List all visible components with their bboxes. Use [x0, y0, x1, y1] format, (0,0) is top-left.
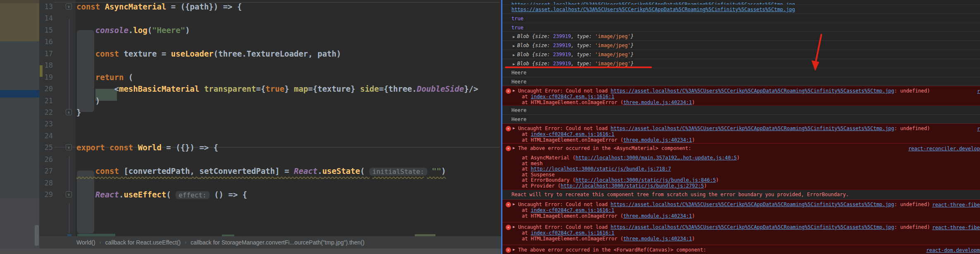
- right-source-link-clipped[interactable]: react: [977, 126, 980, 132]
- code-token: at HTMLImageElement.onImageError (: [522, 213, 623, 219]
- breadcrumb-item[interactable]: World(): [76, 239, 95, 246]
- code-token: Blob {size:: [517, 33, 553, 39]
- fold-marker-icon[interactable]: ∧: [66, 109, 72, 115]
- console-link[interactable]: index-cf0284c7.esm.js:1616:1: [531, 207, 614, 213]
- code-token: ▶: [513, 44, 517, 48]
- breadcrumb-item[interactable]: callback for StorageManager.convertFi...…: [190, 239, 364, 246]
- console-link[interactable]: three.module.js:40234:1: [623, 100, 692, 105]
- fold-marker-icon[interactable]: ∨: [66, 144, 72, 150]
- left-panel-block: [0, 198, 39, 249]
- code-token: transparent: [199, 84, 256, 93]
- code-token: log: [133, 26, 147, 35]
- code-token: The above error occurred in the <Forward…: [518, 247, 706, 253]
- fold-marker-icon[interactable]: ∨: [66, 3, 72, 9]
- code-text: <meshBasicMaterial transparent={true} ma…: [76, 83, 478, 95]
- console-error-row: ✕▶The above error occurred in the <Async…: [502, 143, 980, 190]
- console-link[interactable]: index-cf0284c7.esm.js:1616:1: [531, 131, 614, 137]
- console-link[interactable]: https://asset.localhost/C%3A%5CUsers%5CC…: [511, 7, 795, 12]
- code-text: ): [76, 95, 100, 107]
- console-link[interactable]: https://asset.localhost/C%3A%5CUsers%5CC…: [611, 224, 894, 230]
- right-source-link-clipped[interactable]: react: [977, 88, 980, 94]
- code-token: ▶: [513, 62, 517, 66]
- breadcrumb-separator: ›: [100, 240, 101, 245]
- code-token: const: [95, 49, 124, 58]
- console-error-row: ✕▶Uncaught Error: Could not load https:/…: [502, 222, 980, 245]
- editor-vertical-scrollbar[interactable]: [35, 225, 39, 246]
- code-token: }: [630, 61, 633, 66]
- code-token: = ({: [166, 2, 190, 11]
- code-token: 'image/jpeg': [595, 52, 631, 57]
- code-token: React will try to recreate this componen…: [511, 192, 849, 197]
- expand-triangle-icon[interactable]: ▶: [513, 146, 515, 150]
- stack-frame: at HTMLImageElement.onImageError (three.…: [502, 236, 980, 242]
- console-log-row: true: [502, 14, 980, 23]
- right-source-link[interactable]: react-three-fiber: [932, 225, 980, 230]
- fold-guide-line: [69, 203, 69, 233]
- code-token: console: [95, 26, 128, 35]
- console-link[interactable]: index-cf0284c7.esm.js:1616:1: [531, 230, 614, 236]
- code-text: React.useEffect( effect: () => {: [76, 189, 247, 201]
- console-log-row: https://asset.localhost/C%3A%5CUsers%5CC…: [502, 5, 980, 14]
- line-number: 19: [39, 71, 53, 83]
- console-link[interactable]: three.module.js:40234:1: [623, 236, 692, 242]
- code-token: Uncaught Error: Could not load: [518, 126, 611, 131]
- code-line: 22∧}: [39, 107, 501, 118]
- code-token: ): [716, 177, 719, 183]
- code-token: at: [522, 230, 531, 236]
- code-line: 24: [39, 130, 501, 142]
- code-line: 14: [39, 12, 501, 24]
- code-token: useLoader: [171, 49, 214, 58]
- error-icon: ✕: [506, 88, 511, 94]
- devtools-console[interactable]: https://asset.localhost/C%3A%5CUsers%5CC…: [501, 0, 980, 254]
- code-line: 13∨const AsyncMaterial = ({path}) => {: [39, 1, 501, 12]
- line-number: 22: [39, 107, 53, 118]
- code-token: const: [95, 166, 119, 176]
- expand-triangle-icon[interactable]: ▶: [513, 202, 515, 206]
- expand-triangle-icon[interactable]: ▶: [513, 126, 515, 130]
- breadcrumb-item[interactable]: callback for React.useEffect(): [105, 239, 181, 246]
- console-link[interactable]: https://asset.localhost/C%3A%5CUsers%5CC…: [611, 126, 894, 131]
- expand-triangle-icon[interactable]: ▶: [513, 225, 515, 229]
- code-token: ): [336, 49, 341, 58]
- code-line: 17 const texture = useLoader(three.Textu…: [39, 48, 501, 59]
- code-token: : undefined): [894, 224, 930, 230]
- console-link[interactable]: https://asset.localhost/C%3A%5CUsers%5CC…: [611, 88, 894, 94]
- code-line: 20 <meshBasicMaterial transparent={true}…: [39, 83, 501, 95]
- code-token: meshBasicMaterial: [119, 84, 199, 93]
- console-link[interactable]: https://asset.localhost/C%3A%5CUsers%5CC…: [611, 202, 894, 207]
- console-blob-row: ▶ Blob {size: 239919, type: 'image/jpeg'…: [502, 32, 980, 41]
- code-token: 'image/jpeg': [595, 33, 631, 39]
- code-line: 26: [39, 154, 501, 165]
- line-number: 20: [39, 83, 53, 95]
- stack-frame: at mesh: [502, 161, 980, 167]
- console-link[interactable]: https://asset.localhost/C%3A%5CUsers%5CC…: [511, 2, 795, 5]
- code-line: 19 return (: [39, 71, 501, 83]
- console-link[interactable]: index-cf0284c7.esm.js:1616:1: [531, 94, 614, 100]
- line-number: 16: [39, 36, 53, 47]
- right-source-link[interactable]: react-dom.developme: [926, 247, 980, 253]
- expand-triangle-icon[interactable]: ▶: [513, 88, 515, 93]
- expand-triangle-icon[interactable]: ▶: [513, 247, 515, 252]
- code-token: ={: [256, 84, 266, 93]
- code-token: }: [630, 43, 633, 48]
- console-link[interactable]: http://localhost:3000/static/js/bundle.j…: [561, 183, 704, 189]
- line-number: 26: [39, 154, 53, 165]
- code-token: , type:: [571, 52, 595, 57]
- code-token: 239919: [553, 33, 571, 39]
- console-link[interactable]: http://localhost:3000/static/js/bundle.j…: [576, 177, 716, 183]
- code-editor[interactable]: 13∨const AsyncMaterial = ({path}) => {14…: [39, 0, 501, 236]
- code-token: return: [95, 73, 124, 82]
- right-source-link[interactable]: react-reconciler.developm: [908, 146, 980, 152]
- right-source-link[interactable]: react-three-fiber: [932, 202, 980, 208]
- console-link[interactable]: http://localhost:3000/static/js/bundle.j…: [531, 166, 671, 172]
- code-token: (: [124, 73, 133, 82]
- code-token: 239919: [553, 61, 571, 66]
- code-token: , type:: [571, 33, 595, 39]
- console-link[interactable]: http://localhost:3000/main.357a192….hot-…: [576, 155, 737, 161]
- line-number: 14: [39, 12, 53, 24]
- console-log-row: true: [502, 23, 980, 32]
- console-link[interactable]: three.module.js:40234:1: [623, 213, 692, 219]
- fold-marker-icon[interactable]: ∨: [66, 191, 72, 197]
- console-link[interactable]: three.module.js:40234:1: [623, 137, 692, 143]
- code-token: React: [294, 166, 317, 176]
